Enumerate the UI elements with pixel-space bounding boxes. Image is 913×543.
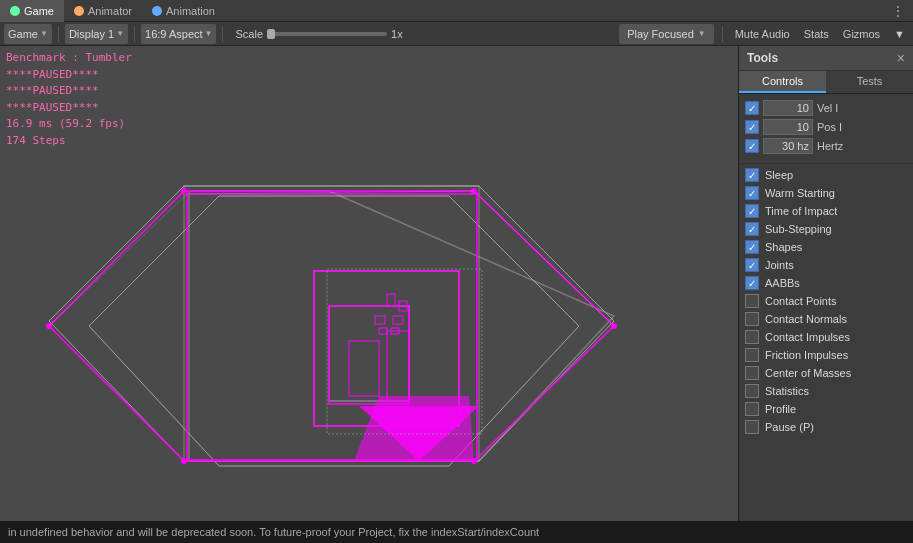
tab-more-button[interactable]: ⋮	[883, 3, 913, 19]
check-item-sub_stepping[interactable]: Sub-Stepping	[745, 220, 907, 238]
vel-input[interactable]	[763, 100, 813, 116]
aspect-label: 16:9 Aspect	[145, 28, 203, 40]
tab-animation[interactable]: Animation	[142, 0, 225, 22]
game-dropdown[interactable]: Game ▼	[4, 24, 52, 44]
checkbox-contact_points[interactable]	[745, 294, 759, 308]
check-label-pause: Pause (P)	[765, 421, 814, 433]
game-chevron-icon: ▼	[40, 29, 48, 38]
play-focused-label: Play Focused	[627, 28, 694, 40]
checkbox-warm_starting[interactable]	[745, 186, 759, 200]
checkbox-contact_impulses[interactable]	[745, 330, 759, 344]
scale-track[interactable]	[267, 32, 387, 36]
fps-label: 16.9 ms (59.2 fps)	[6, 116, 132, 133]
check-label-statistics: Statistics	[765, 385, 809, 397]
check-item-shapes[interactable]: Shapes	[745, 238, 907, 256]
check-item-contact_normals[interactable]: Contact Normals	[745, 310, 907, 328]
scale-area: Scale 1x	[229, 28, 615, 40]
benchmark-label: Benchmark : Tumbler	[6, 50, 132, 67]
sep3	[222, 26, 223, 42]
check-item-sleep[interactable]: Sleep	[745, 166, 907, 184]
pos-input[interactable]	[763, 119, 813, 135]
pos-label: Pos I	[817, 121, 907, 133]
scale-value: 1x	[391, 28, 403, 40]
check-item-profile[interactable]: Profile	[745, 400, 907, 418]
game-viewport[interactable]: Benchmark : Tumbler ****PAUSED**** ****P…	[0, 46, 738, 521]
tools-header: Tools ×	[739, 46, 913, 71]
check-label-contact_impulses: Contact Impulses	[765, 331, 850, 343]
check-label-sub_stepping: Sub-Stepping	[765, 223, 832, 235]
display-dropdown[interactable]: Display 1 ▼	[65, 24, 128, 44]
check-item-friction_impulses[interactable]: Friction Impulses	[745, 346, 907, 364]
tab-game[interactable]: Game	[0, 0, 64, 22]
tab-controls-label: Controls	[762, 75, 803, 87]
tab-animator-label: Animator	[88, 5, 132, 17]
pos-row: Pos I	[745, 119, 907, 135]
tab-controls[interactable]: Controls	[739, 71, 826, 93]
paused-line3: ****PAUSED****	[6, 100, 132, 117]
debug-overlay: Benchmark : Tumbler ****PAUSED**** ****P…	[6, 50, 132, 149]
vel-checkbox[interactable]	[745, 101, 759, 115]
tab-animator[interactable]: Animator	[64, 0, 142, 22]
hertz-label: Hertz	[817, 140, 907, 152]
tools-panel: Tools × Controls Tests Vel I Pos I	[738, 46, 913, 521]
animator-icon	[74, 6, 84, 16]
hertz-input[interactable]	[763, 138, 813, 154]
checkbox-center_of_masses[interactable]	[745, 366, 759, 380]
check-item-aabbs[interactable]: AABBs	[745, 274, 907, 292]
checkbox-sleep[interactable]	[745, 168, 759, 182]
pos-checkbox[interactable]	[745, 120, 759, 134]
toolbar-right: Play Focused ▼ Mute Audio Stats Gizmos ▼	[619, 24, 909, 44]
check-item-pause[interactable]: Pause (P)	[745, 418, 907, 436]
checkbox-contact_normals[interactable]	[745, 312, 759, 326]
checkbox-aabbs[interactable]	[745, 276, 759, 290]
checkbox-profile[interactable]	[745, 402, 759, 416]
checkbox-joints[interactable]	[745, 258, 759, 272]
tab-tests-label: Tests	[857, 75, 883, 87]
svg-point-15	[181, 188, 187, 194]
hertz-row: Hertz	[745, 138, 907, 154]
check-item-contact_points[interactable]: Contact Points	[745, 292, 907, 310]
play-focused-button[interactable]: Play Focused ▼	[619, 24, 714, 44]
check-item-warm_starting[interactable]: Warm Starting	[745, 184, 907, 202]
sep2	[134, 26, 135, 42]
hertz-checkbox[interactable]	[745, 139, 759, 153]
status-bar: in undefined behavior and will be deprec…	[0, 521, 913, 543]
tab-game-label: Game	[24, 5, 54, 17]
mute-audio-button[interactable]: Mute Audio	[731, 28, 794, 40]
toolbar: Game ▼ Display 1 ▼ 16:9 Aspect ▼ Scale 1…	[0, 22, 913, 46]
check-label-contact_normals: Contact Normals	[765, 313, 847, 325]
checkbox-shapes[interactable]	[745, 240, 759, 254]
checkbox-sub_stepping[interactable]	[745, 222, 759, 236]
check-item-contact_impulses[interactable]: Contact Impulses	[745, 328, 907, 346]
tools-tabs: Controls Tests	[739, 71, 913, 94]
svg-point-19	[181, 458, 187, 464]
svg-point-18	[471, 458, 477, 464]
check-label-time_of_impact: Time of Impact	[765, 205, 837, 217]
check-label-joints: Joints	[765, 259, 794, 271]
aspect-dropdown[interactable]: 16:9 Aspect ▼	[141, 24, 216, 44]
checkbox-friction_impulses[interactable]	[745, 348, 759, 362]
tab-tests[interactable]: Tests	[826, 71, 913, 93]
check-label-friction_impulses: Friction Impulses	[765, 349, 848, 361]
check-item-time_of_impact[interactable]: Time of Impact	[745, 202, 907, 220]
checkbox-pause[interactable]	[745, 420, 759, 434]
stats-button[interactable]: Stats	[800, 28, 833, 40]
checkbox-statistics[interactable]	[745, 384, 759, 398]
gizmos-chevron-icon[interactable]: ▼	[890, 28, 909, 40]
gizmos-button[interactable]: Gizmos	[839, 28, 884, 40]
scale-thumb[interactable]	[267, 29, 275, 39]
check-item-center_of_masses[interactable]: Center of Masses	[745, 364, 907, 382]
game-dropdown-label: Game	[8, 28, 38, 40]
tools-close-button[interactable]: ×	[897, 50, 905, 66]
tools-title: Tools	[747, 51, 778, 65]
check-item-statistics[interactable]: Statistics	[745, 382, 907, 400]
tab-animation-label: Animation	[166, 5, 215, 17]
tab-bar: Game Animator Animation ⋮	[0, 0, 913, 22]
paused-line2: ****PAUSED****	[6, 83, 132, 100]
check-item-joints[interactable]: Joints	[745, 256, 907, 274]
checkbox-time_of_impact[interactable]	[745, 204, 759, 218]
sep1	[58, 26, 59, 42]
check-label-sleep: Sleep	[765, 169, 793, 181]
controls-inputs: Vel I Pos I Hertz	[739, 94, 913, 164]
vel-label: Vel I	[817, 102, 907, 114]
